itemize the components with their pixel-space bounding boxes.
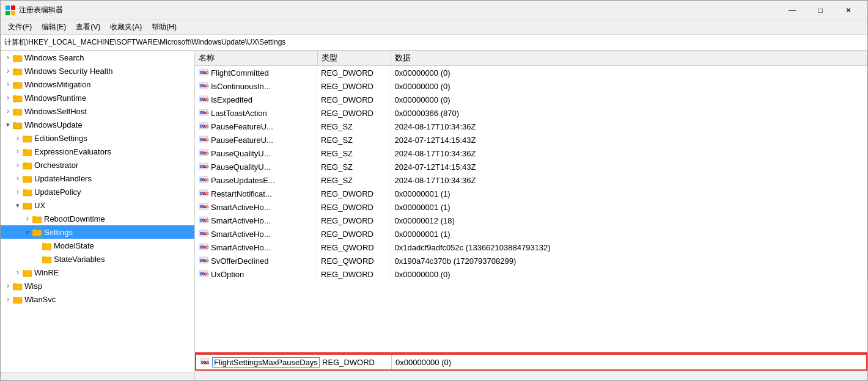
cell-type: REG_DWORD <box>317 66 391 80</box>
tree-toggle-windows-self-host[interactable]: › <box>3 106 13 116</box>
cell-data: 0x00000001 (1) <box>391 227 867 241</box>
table-row[interactable]: 00 ab UxOptionREG_DWORD0x00000000 (0) <box>195 267 867 281</box>
tree-toggle-windows-search[interactable]: › <box>3 53 13 62</box>
cell-type: REG_SZ <box>317 173 391 187</box>
table-row[interactable]: 00 ab FlightCommittedREG_DWORD0x00000000… <box>195 66 867 80</box>
reg-value-icon: 00 ab <box>199 228 208 240</box>
menu-item-编辑(E)[interactable]: 编辑(E) <box>37 21 71 34</box>
tree-item-update-policy[interactable]: › UpdatePolicy <box>1 185 194 198</box>
svg-text:ab: ab <box>204 231 208 236</box>
cell-data: 2024-08-17T10:34:36Z <box>391 120 867 133</box>
cell-type: REG_DWORD <box>317 227 391 241</box>
menu-item-帮助(H)[interactable]: 帮助(H) <box>147 21 182 34</box>
tree-item-settings[interactable]: ▾ Settings <box>1 225 194 239</box>
tree-toggle-update-policy[interactable]: › <box>13 187 23 197</box>
tree-item-state-variables[interactable]: StateVariables <box>1 252 194 266</box>
tree-item-win-re[interactable]: › WinRE <box>1 266 194 279</box>
folder-icon-update-handlers <box>23 173 32 183</box>
window-controls: — □ ✕ <box>778 1 862 20</box>
reg-value-name: SmartActiveHo... <box>211 203 271 212</box>
tree-toggle-edition-settings[interactable]: › <box>13 133 23 143</box>
tree-item-expression-evaluators[interactable]: › ExpressionEvaluators <box>1 145 194 158</box>
svg-marker-21 <box>13 125 21 128</box>
address-bar: 计算机\HKEY_LOCAL_MACHINE\SOFTWARE\Microsof… <box>1 35 867 51</box>
table-row[interactable]: 00 ab IsContinuousIn...REG_DWORD0x000000… <box>195 79 867 93</box>
svg-text:ab: ab <box>204 244 208 250</box>
tree-item-reboot-downtime[interactable]: › RebootDowntime <box>1 212 194 225</box>
tree-item-windows-update[interactable]: ▾ WindowsUpdate <box>1 118 194 131</box>
folder-icon-reboot-downtime <box>32 214 42 223</box>
tree-item-wlan-svc[interactable]: › WlanSvc <box>1 292 194 306</box>
table-row[interactable]: 00 ab RestartNotificat...REG_DWORD0x0000… <box>195 187 867 200</box>
menu-item-文件(F)[interactable]: 文件(F) <box>3 21 37 34</box>
cell-data: 0x00000000 (0) <box>391 66 867 80</box>
table-row[interactable]: 00 ab PauseUpdatesE...REG_SZ2024-08-17T1… <box>195 173 867 187</box>
reg-value-name: PauseFeatureU... <box>211 122 273 131</box>
svg-rect-18 <box>13 109 17 111</box>
table-row[interactable]: 00 ab SmartActiveHo...REG_QWORD0x1dadcf9… <box>195 241 867 254</box>
menu-item-收藏夹(A)[interactable]: 收藏夹(A) <box>105 21 147 34</box>
table-row[interactable]: 00 ab PauseFeatureU...REG_SZ2024-08-17T1… <box>195 120 867 133</box>
tree-toggle-wisp[interactable]: › <box>3 281 13 291</box>
tree-item-windows-self-host[interactable]: › WindowsSelfHost <box>1 104 194 118</box>
tree-label-edition-settings: EditionSettings <box>34 134 87 143</box>
table-row[interactable]: 00 ab SmartActiveHo...REG_DWORD0x0000000… <box>195 227 867 241</box>
reg-value-icon: 00 ab <box>199 188 208 200</box>
tree-toggle-windows-mitigation[interactable]: › <box>3 79 13 89</box>
tree-item-model-state[interactable]: ModelState <box>1 239 194 252</box>
reg-value-icon: 00 ab <box>199 107 208 119</box>
table-row[interactable]: 00 ab PauseQualityU...REG_SZ2024-08-17T1… <box>195 147 867 160</box>
cell-name: 00 ab IsContinuousIn... <box>195 79 317 93</box>
table-row[interactable]: 00 ab PauseFeatureU...REG_SZ2024-07-12T1… <box>195 133 867 147</box>
table-row[interactable]: 00 ab LastToastActionREG_DWORD0x00000366… <box>195 106 867 120</box>
tree-item-windows-runtime[interactable]: › WindowsRuntime <box>1 91 194 104</box>
maximize-button[interactable]: □ <box>806 1 834 20</box>
tree-toggle-windows-runtime[interactable]: › <box>3 93 13 103</box>
tree-horizontal-scrollbar[interactable] <box>1 372 194 380</box>
svg-rect-36 <box>23 189 26 191</box>
cell-name: 00 ab PauseUpdatesE... <box>195 173 317 187</box>
tree-scroll[interactable]: › Windows Search› Windows Security Healt… <box>1 51 194 372</box>
close-button[interactable]: ✕ <box>834 1 862 20</box>
tree-item-ux[interactable]: ▾ UX <box>1 198 194 212</box>
svg-rect-38 <box>23 203 26 205</box>
tree-toggle-reboot-downtime[interactable]: › <box>23 214 32 223</box>
tree-toggle-settings[interactable]: ▾ <box>23 227 32 237</box>
tree-toggle-win-re[interactable]: › <box>13 267 23 277</box>
tree-toggle-ux[interactable]: ▾ <box>13 200 23 210</box>
cell-name: 00 ab PauseFeatureU... <box>195 133 317 147</box>
edit-row-name: FlightSettingsMaxPauseDays <box>212 357 320 368</box>
tree-item-edition-settings[interactable]: › EditionSettings <box>1 131 194 145</box>
tree-toggle-wlan-svc[interactable]: › <box>3 294 13 304</box>
svg-rect-3 <box>11 11 15 15</box>
cell-data: 2024-07-12T14:15:43Z <box>391 160 867 173</box>
table-row[interactable]: 00 ab SmartActiveHo...REG_DWORD0x0000001… <box>195 214 867 227</box>
tree-toggle-orchestrator[interactable]: › <box>13 160 23 170</box>
bottom-scrollbar[interactable] <box>195 371 867 380</box>
cell-type: REG_DWORD <box>317 214 391 227</box>
tree-item-wisp[interactable]: › Wisp <box>1 279 194 292</box>
tree-toggle-windows-security-health[interactable]: › <box>3 66 13 76</box>
tree-toggle-windows-update[interactable]: ▾ <box>3 120 13 129</box>
tree-item-windows-mitigation[interactable]: › WindowsMitigation <box>1 78 194 91</box>
reg-value-icon: 00 ab <box>199 242 208 253</box>
tree-item-update-handlers[interactable]: › UpdateHandlers <box>1 172 194 185</box>
tree-item-windows-security-health[interactable]: › Windows Security Health <box>1 64 194 78</box>
minimize-button[interactable]: — <box>778 1 806 20</box>
tree-toggle-update-handlers[interactable]: › <box>13 173 23 183</box>
tree-item-windows-search[interactable]: › Windows Search <box>1 51 194 64</box>
table-row[interactable]: 00 ab PauseQualityU...REG_SZ2024-07-12T1… <box>195 160 867 173</box>
registry-table-scroll[interactable]: 名称 类型 数据 00 ab FlightCommittedREG_DWORD0… <box>195 51 867 354</box>
folder-icon-expression-evaluators <box>23 147 32 156</box>
cell-type: REG_DWORD <box>317 200 391 214</box>
tree-item-orchestrator[interactable]: › Orchestrator <box>1 158 194 172</box>
table-row[interactable]: 00 ab IsExpeditedREG_DWORD0x00000000 (0) <box>195 93 867 106</box>
table-row[interactable]: 00 ab SmartActiveHo...REG_DWORD0x0000000… <box>195 200 867 214</box>
cell-name: 00 ab RestartNotificat... <box>195 187 317 200</box>
table-row[interactable]: 00 ab SvOfferDeclinedREG_QWORD0x190a74c3… <box>195 254 867 267</box>
tree-toggle-expression-evaluators[interactable]: › <box>13 147 23 156</box>
svg-marker-45 <box>33 232 41 236</box>
col-header-type: 类型 <box>317 51 391 66</box>
tree-label-wisp: Wisp <box>24 281 42 291</box>
menu-item-查看(V)[interactable]: 查看(V) <box>71 21 105 34</box>
